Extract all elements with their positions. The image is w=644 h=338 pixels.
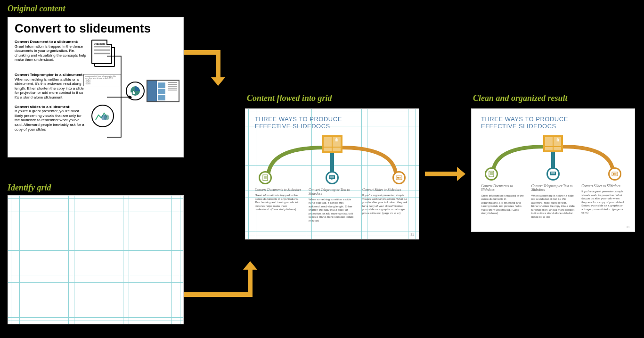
flowed-col-1: Convert Documents to Slidedocs Great inf… — [255, 188, 302, 223]
label-grid: Identify grid — [8, 183, 51, 193]
section-body: Great information is trapped in the dens… — [15, 44, 86, 62]
original-section-1: Convert Document to a slideument: Great … — [15, 40, 177, 68]
clean-columns: Convert Documents to Slidedocs Great inf… — [481, 184, 625, 219]
panel-identify-grid — [8, 195, 184, 324]
doc-circle-icon — [485, 167, 498, 181]
clean-col-1: Convert Documents to Slidedocs Great inf… — [481, 184, 525, 219]
slides-circle-icon — [392, 171, 406, 184]
center-dashboard-icon: ılı — [322, 135, 342, 153]
label-flowed: Content flowed into grid — [247, 93, 332, 103]
grid-lines — [8, 196, 183, 324]
flowed-graphic: ılı — [255, 132, 409, 184]
svg-line-13 — [331, 179, 333, 180]
flowed-columns: Convert Documents to Slidedocs Great inf… — [255, 188, 409, 223]
label-original: Original content — [8, 4, 65, 14]
panel-original-content: Convert to slideuments Convert Document … — [8, 17, 184, 157]
svg-rect-17 — [489, 171, 494, 177]
flowed-pagenum: 31 — [410, 233, 414, 236]
section-heading: Convert Document to a slideument: — [15, 40, 88, 44]
section-heading: Convert slides to a slideument: — [15, 105, 88, 109]
flowed-col-2: Convert Teleprompter Text to Slidedocs W… — [309, 188, 356, 223]
slides-circle-icon — [608, 167, 621, 181]
panel-content-flowed: THREE WAYS TO PRODUCEEFFECTIVE SLIDEDOCS… — [245, 108, 419, 239]
svg-rect-6 — [263, 175, 268, 181]
svg-point-16 — [399, 177, 401, 179]
label-clean: Clean and organized result — [473, 93, 568, 103]
section-body: When something is neither a slide or a s… — [15, 77, 84, 99]
panel-clean-result: THREE WAYS TO PRODUCEEFFECTIVE SLIDEDOCS… — [471, 108, 635, 232]
clean-col-3: Convert Slides to Slidedocs If you're a … — [581, 184, 625, 219]
connector-lines — [102, 52, 145, 147]
center-dashboard-icon: ılı — [543, 135, 563, 152]
clean-pagenum: 31 — [626, 225, 630, 229]
screen-icon — [147, 80, 179, 102]
clean-title: THREE WAYS TO PRODUCEEFFECTIVE SLIDEDOCS — [481, 115, 625, 130]
original-title: Convert to slideuments — [15, 21, 177, 36]
svg-point-25 — [613, 173, 615, 175]
clean-col-2: Convert Teleprompter Text to Slidedocs W… — [531, 184, 575, 219]
section-body: If you're a great presenter, you're most… — [15, 109, 84, 131]
svg-point-26 — [615, 173, 617, 175]
teleprompter-circle-icon — [546, 167, 560, 181]
teleprompter-circle-icon — [326, 171, 339, 184]
clean-graphic: ılı — [481, 132, 625, 181]
svg-point-15 — [397, 177, 399, 179]
section-heading: Convert Teleprompter to a slideument: — [15, 73, 88, 77]
original-section-3: Convert slides to a slideument: If you'r… — [15, 105, 177, 132]
flowed-title: THREE WAYS TO PRODUCEEFFECTIVE SLIDEDOCS — [255, 115, 409, 130]
flowed-col-3: Convert Slides to Slidedocs If you're a … — [362, 188, 409, 223]
doc-circle-icon — [259, 171, 272, 184]
